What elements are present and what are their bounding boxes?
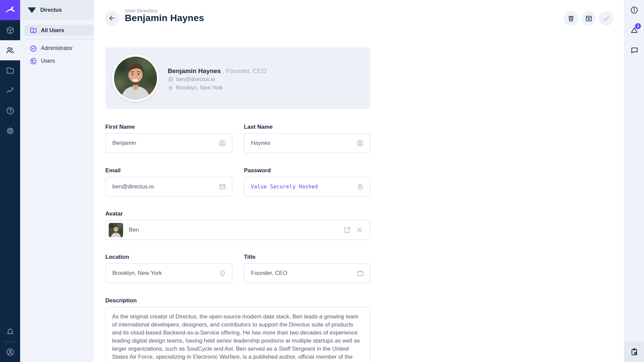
first-name-label: First Name: [105, 124, 135, 130]
delete-button[interactable]: [564, 11, 578, 26]
activity-icon: [6, 86, 15, 95]
email-field: [105, 177, 232, 197]
save-button[interactable]: [599, 11, 613, 26]
description-field[interactable]: As the original creator of Directus, the…: [105, 307, 370, 362]
at-icon: @: [168, 75, 173, 83]
password-label: Password: [244, 167, 271, 174]
avatar-field[interactable]: Ben: [105, 220, 370, 240]
arrow-left-icon: [108, 14, 116, 22]
envelope-icon: [218, 183, 226, 191]
help-icon: [6, 106, 15, 115]
pin-icon: [168, 85, 173, 91]
notification-count-badge: 3: [635, 23, 641, 29]
avatar-file-name: Ben: [129, 227, 343, 233]
check-icon: [602, 14, 610, 23]
card-user-name: Benjamin Haynes: [168, 67, 221, 74]
briefcase-icon: [356, 269, 364, 277]
last-name-input[interactable]: [245, 140, 370, 146]
directus-logo-button[interactable]: [0, 0, 20, 20]
card-user-info: Benjamin Haynes, Founder, CEO @ ben@dire…: [168, 67, 266, 92]
lock-icon: [356, 183, 364, 191]
cube-icon: [6, 26, 15, 35]
last-name-label: Last Name: [244, 124, 273, 130]
right-sidebar: 3: [624, 0, 644, 362]
first-name-field: [105, 133, 232, 153]
face-circle-icon: [30, 57, 37, 65]
rabbit-logo-icon: [4, 4, 16, 16]
info-icon: [630, 6, 639, 14]
title-field: [244, 263, 370, 283]
avatar-thumbnail: [109, 223, 123, 237]
comment-icon: [630, 46, 639, 55]
badge-check-icon: [30, 45, 37, 52]
location-label: Location: [105, 254, 129, 260]
gear-icon: [6, 126, 15, 135]
back-button[interactable]: [105, 11, 119, 25]
password-input[interactable]: [245, 184, 370, 190]
user-summary-card: Benjamin Haynes, Founder, CEO @ ben@dire…: [105, 47, 370, 109]
project-logo-icon: [28, 6, 36, 14]
nav-item-label: Administrator: [41, 45, 72, 51]
launch-icon[interactable]: [343, 226, 351, 234]
module-users[interactable]: [0, 40, 20, 60]
module-content[interactable]: [0, 20, 20, 40]
module-settings[interactable]: [0, 121, 20, 141]
last-name-field: [244, 133, 370, 153]
nav-item-label: All Users: [41, 27, 64, 34]
revisions-sidebar-button[interactable]: [624, 342, 644, 362]
folder-icon: [6, 66, 15, 75]
description-label: Description: [105, 297, 137, 304]
card-user-email: ben@directus.io: [176, 75, 215, 83]
email-label: Email: [105, 167, 120, 174]
card-user-location: Brooklyn, New York: [176, 84, 223, 92]
main-content: User Directory Benjamin Haynes: [94, 0, 624, 362]
module-bar: [0, 0, 20, 362]
location-field: [105, 263, 232, 283]
location-input[interactable]: [106, 270, 232, 277]
avatar-label: Avatar: [105, 210, 123, 217]
bell-icon: [6, 327, 15, 337]
project-title-bar[interactable]: Directus: [20, 0, 94, 20]
module-help[interactable]: [0, 101, 20, 121]
trash-icon: [567, 15, 575, 22]
close-icon[interactable]: [356, 226, 364, 234]
navigation-sidebar: Directus All Users Administrator: [20, 0, 94, 362]
users-icon: [5, 46, 15, 55]
first-name-input[interactable]: [106, 140, 232, 146]
person-circle-icon: [218, 139, 226, 147]
title-input[interactable]: [245, 270, 370, 277]
notifications-bell-button[interactable]: [0, 322, 20, 342]
archive-button[interactable]: [581, 11, 596, 26]
module-insights[interactable]: [0, 80, 20, 101]
project-name: Directus: [40, 7, 62, 13]
password-field: [244, 177, 370, 197]
nav-item-label: Users: [41, 58, 55, 64]
folder-user-icon: [30, 26, 37, 34]
avatar-photo: [114, 57, 157, 100]
avatar[interactable]: [112, 55, 159, 102]
current-user-button[interactable]: [0, 342, 20, 362]
clipboard-clock-icon: [630, 348, 639, 356]
notifications-sidebar-button[interactable]: 3: [624, 20, 644, 40]
person-circle-icon: [6, 348, 15, 357]
comments-sidebar-button[interactable]: [624, 40, 644, 60]
page-title: Benjamin Haynes: [125, 13, 204, 23]
card-user-role: , Founder, CEO: [222, 67, 266, 74]
person-circle-icon: [356, 139, 364, 147]
directus-user-detail-screen: Directus All Users Administrator: [0, 0, 644, 362]
module-files[interactable]: [0, 60, 20, 80]
email-input[interactable]: [106, 183, 232, 190]
archive-icon: [585, 15, 593, 22]
info-sidebar-button[interactable]: [624, 0, 644, 20]
description-text: As the original creator of Directus, the…: [112, 313, 363, 362]
title-label: Title: [244, 254, 256, 260]
map-pin-icon: [218, 269, 226, 277]
